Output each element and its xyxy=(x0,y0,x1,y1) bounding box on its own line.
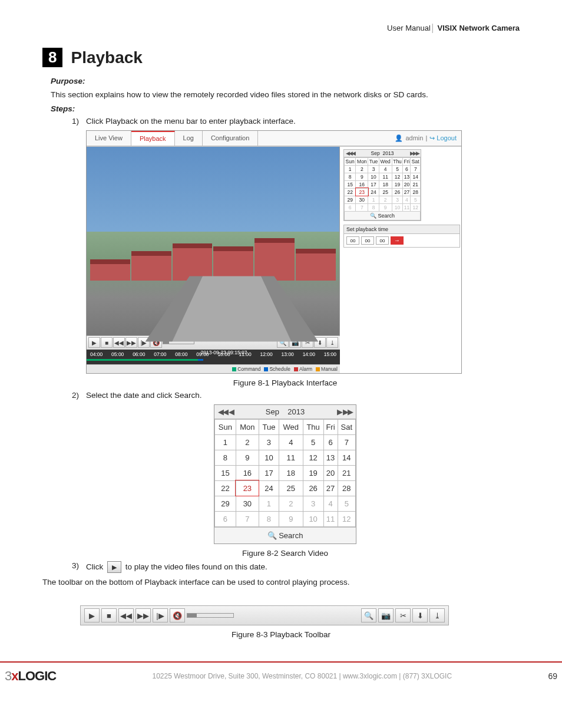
calendar-day[interactable]: 2 xyxy=(356,165,368,173)
calendar-day[interactable]: 11 xyxy=(323,511,338,526)
calendar-day[interactable]: 13 xyxy=(323,450,338,465)
calendar-day[interactable]: 2 xyxy=(279,496,303,511)
calendar-day[interactable]: 5 xyxy=(338,496,356,511)
calendar-day[interactable]: 24 xyxy=(368,188,379,196)
prev-month-icon[interactable]: ◀◀ ◀ xyxy=(346,150,355,156)
calendar-day[interactable]: 14 xyxy=(411,173,421,180)
calendar-day[interactable]: 9 xyxy=(236,450,259,465)
stop-button[interactable]: ■ xyxy=(101,608,117,622)
calendar-day[interactable]: 5 xyxy=(392,165,403,173)
rewind-button[interactable]: ◀◀ xyxy=(113,337,125,348)
calendar-day[interactable]: 27 xyxy=(403,188,411,196)
calendar-day[interactable]: 8 xyxy=(215,450,236,465)
calendar-day[interactable]: 28 xyxy=(411,188,421,196)
tab-live-view[interactable]: Live View xyxy=(87,131,131,146)
calendar-day[interactable]: 5 xyxy=(411,196,421,203)
calendar-day[interactable]: 6 xyxy=(345,203,356,211)
calendar-day[interactable]: 11 xyxy=(279,450,303,465)
logout-link[interactable]: ↪ Logout xyxy=(429,134,457,142)
clip-icon[interactable]: ✂ xyxy=(395,608,411,622)
calendar-day[interactable]: 14 xyxy=(338,450,356,465)
calendar-day[interactable]: 19 xyxy=(303,465,323,480)
calendar-day[interactable]: 3 xyxy=(303,496,323,511)
search-button[interactable]: 🔍 Search xyxy=(214,527,356,543)
calendar-day[interactable]: 11 xyxy=(403,203,411,211)
calendar-day[interactable]: 19 xyxy=(392,180,403,188)
calendar-day[interactable]: 24 xyxy=(259,480,279,496)
calendar-day[interactable]: 4 xyxy=(323,496,338,511)
calendar-day[interactable]: 16 xyxy=(236,465,259,480)
calendar-day[interactable]: 8 xyxy=(368,203,379,211)
calendar-day[interactable]: 4 xyxy=(379,165,392,173)
calendar-day[interactable]: 17 xyxy=(259,465,279,480)
calendar-day[interactable]: 3 xyxy=(392,196,403,203)
time-hh[interactable]: 00 xyxy=(346,236,359,245)
search-button-small[interactable]: 🔍 Search xyxy=(344,212,421,220)
play-button[interactable]: ▶ xyxy=(84,608,100,622)
calendar-day[interactable]: 13 xyxy=(403,173,411,180)
calendar-day[interactable]: 6 xyxy=(215,511,236,526)
calendar-day[interactable]: 23 xyxy=(236,480,259,496)
calendar-day[interactable]: 11 xyxy=(379,173,392,180)
prev-month-icon[interactable]: ◀◀ ◀ xyxy=(218,407,233,416)
calendar-day[interactable]: 3 xyxy=(259,434,279,450)
calendar-day[interactable]: 1 xyxy=(345,165,356,173)
calendar-day[interactable]: 26 xyxy=(303,480,323,496)
forward-button[interactable]: ▶▶ xyxy=(135,608,151,622)
forward-button[interactable]: ▶▶ xyxy=(125,337,137,348)
calendar-day[interactable]: 27 xyxy=(323,480,338,496)
calendar-day[interactable]: 2 xyxy=(236,434,259,450)
calendar-day[interactable]: 20 xyxy=(323,465,338,480)
calendar-day[interactable]: 10 xyxy=(368,173,379,180)
calendar-day[interactable]: 8 xyxy=(259,511,279,526)
calendar-day[interactable]: 21 xyxy=(338,465,356,480)
step-button[interactable]: |▶ xyxy=(153,608,168,622)
calendar-day[interactable]: 5 xyxy=(303,434,323,450)
calendar-day[interactable]: 4 xyxy=(403,196,411,203)
calendar-day[interactable]: 25 xyxy=(279,480,303,496)
calendar-day[interactable]: 6 xyxy=(403,165,411,173)
calendar-day[interactable]: 7 xyxy=(411,165,421,173)
calendar-day[interactable]: 9 xyxy=(356,173,368,180)
calendar-day[interactable]: 12 xyxy=(411,203,421,211)
calendar-day[interactable]: 18 xyxy=(379,180,392,188)
go-time-button[interactable]: → xyxy=(391,236,404,245)
calendar-small[interactable]: ◀◀ ◀Sep 2013▶ ▶▶ SunMonTueWedThuFriSat12… xyxy=(343,149,421,221)
video-viewport[interactable] xyxy=(87,147,340,335)
next-month-icon[interactable]: ▶ ▶▶ xyxy=(410,150,419,156)
calendar-day[interactable]: 26 xyxy=(392,188,403,196)
tab-playback[interactable]: Playback xyxy=(131,131,175,146)
volume-slider[interactable] xyxy=(187,613,234,618)
calendar-day[interactable]: 12 xyxy=(303,450,323,465)
calendar-day[interactable]: 7 xyxy=(236,511,259,526)
stop-button[interactable]: ■ xyxy=(101,337,113,348)
export-icon[interactable]: ⤓ xyxy=(429,608,445,622)
calendar-day[interactable]: 29 xyxy=(345,196,356,203)
calendar-day[interactable]: 2 xyxy=(379,196,392,203)
calendar-day[interactable]: 25 xyxy=(379,188,392,196)
calendar-day[interactable]: 18 xyxy=(279,465,303,480)
next-month-icon[interactable]: ▶ ▶▶ xyxy=(337,407,352,416)
calendar-day[interactable]: 16 xyxy=(356,180,368,188)
snapshot-icon[interactable]: 📷 xyxy=(378,608,394,622)
calendar-day[interactable]: 8 xyxy=(345,173,356,180)
calendar-day[interactable]: 1 xyxy=(259,496,279,511)
calendar-day[interactable]: 10 xyxy=(303,511,323,526)
calendar-day[interactable]: 9 xyxy=(279,511,303,526)
calendar-day[interactable]: 1 xyxy=(368,196,379,203)
calendar-day[interactable]: 7 xyxy=(356,203,368,211)
calendar-day[interactable]: 3 xyxy=(368,165,379,173)
calendar-day[interactable]: 15 xyxy=(345,180,356,188)
zoom-icon[interactable]: 🔍 xyxy=(361,608,376,622)
calendar-day[interactable]: 6 xyxy=(323,434,338,450)
calendar-day[interactable]: 9 xyxy=(379,203,392,211)
play-button[interactable]: ▶ xyxy=(88,337,100,348)
export-icon[interactable]: ⤓ xyxy=(326,337,338,348)
download-icon[interactable]: ⬇ xyxy=(412,608,428,622)
calendar-day[interactable]: 21 xyxy=(411,180,421,188)
calendar-day[interactable]: 22 xyxy=(345,188,356,196)
calendar-day[interactable]: 15 xyxy=(215,465,236,480)
tab-log[interactable]: Log xyxy=(175,131,203,146)
calendar-day[interactable]: 22 xyxy=(215,480,236,496)
rewind-button[interactable]: ◀◀ xyxy=(118,608,134,622)
